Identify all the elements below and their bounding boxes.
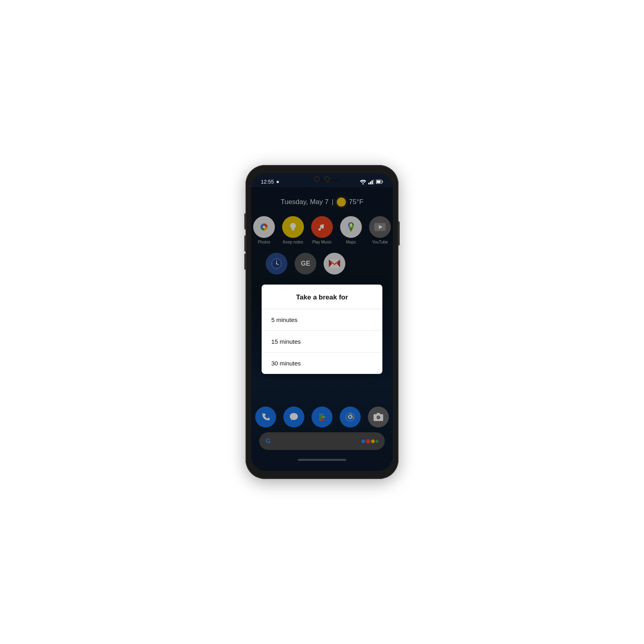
svg-rect-4	[373, 180, 374, 184]
svg-rect-7	[377, 181, 381, 183]
camera-area	[314, 176, 330, 182]
home-screen: Tuesday, May 7 | 75°F	[251, 187, 393, 471]
status-time: 12:55	[261, 179, 274, 185]
dialog-option-30min[interactable]: 30 minutes	[262, 353, 382, 374]
status-dot-icon	[277, 181, 279, 183]
phone-device: 12:55	[246, 165, 398, 479]
status-right	[360, 180, 383, 184]
svg-rect-6	[382, 181, 383, 183]
svg-rect-3	[372, 180, 373, 184]
dialog-title: Take a break for	[262, 285, 382, 309]
svg-rect-2	[370, 182, 371, 184]
front-sensor	[324, 176, 330, 182]
break-dialog: Take a break for 5 minutes 15 minutes 30…	[262, 285, 382, 374]
status-left: 12:55	[261, 179, 279, 185]
svg-rect-1	[368, 183, 369, 184]
svg-point-0	[362, 183, 364, 184]
dialog-option-15min[interactable]: 15 minutes	[262, 331, 382, 353]
signal-icon	[368, 180, 374, 184]
dialog-option-5min[interactable]: 5 minutes	[262, 309, 382, 331]
wifi-icon	[360, 180, 366, 184]
battery-icon	[376, 180, 383, 184]
phone-screen: 12:55	[251, 173, 393, 471]
dialog-overlay[interactable]: Take a break for 5 minutes 15 minutes 30…	[251, 187, 393, 471]
front-camera	[314, 176, 320, 182]
